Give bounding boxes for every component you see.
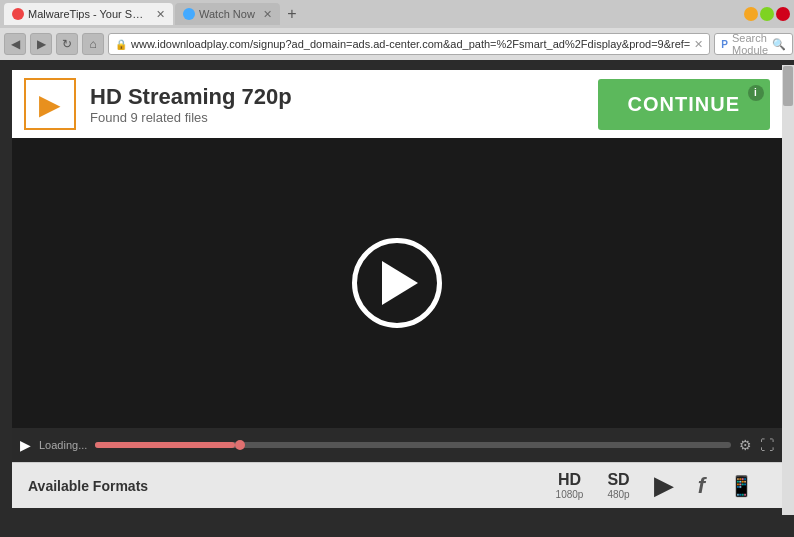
flv-format-icon[interactable]: f	[698, 473, 705, 499]
format-hd-sub: 1080p	[556, 489, 584, 500]
app-subtitle: Found 9 related files	[90, 110, 584, 125]
home-button[interactable]: ⌂	[82, 33, 104, 55]
back-button[interactable]: ◀	[4, 33, 26, 55]
search-placeholder: Search Module	[732, 32, 768, 56]
tab-malwaretips-label: MalwareTips - Your Securit...	[28, 8, 148, 20]
ad-banner: ▶ HD Streaming 720p Found 9 related file…	[12, 70, 782, 138]
app-title: HD Streaming 720p	[90, 84, 584, 110]
play-format-icon[interactable]: ▶	[654, 470, 674, 501]
search-icon[interactable]: 🔍	[772, 38, 786, 51]
player-controls: ▶ Loading... ⚙ ⛶	[12, 428, 782, 462]
tab-malwaretips-close[interactable]: ✕	[156, 8, 165, 21]
window-controls	[744, 7, 790, 21]
close-button[interactable]	[776, 7, 790, 21]
format-hd[interactable]: HD 1080p	[556, 471, 584, 500]
play-button[interactable]	[352, 238, 442, 328]
app-info: HD Streaming 720p Found 9 related files	[90, 84, 584, 125]
control-play-icon[interactable]: ▶	[20, 437, 31, 453]
tab-watchnow-close[interactable]: ✕	[263, 8, 272, 21]
app-logo: ▶	[24, 78, 76, 130]
formats-label: Available Formats	[28, 478, 544, 494]
format-sd-name: SD	[607, 471, 629, 489]
watchnow-favicon	[183, 8, 195, 20]
formats-bar: Available Formats HD 1080p SD 480p ▶ f 📱	[12, 462, 782, 508]
video-player	[12, 138, 782, 428]
settings-icon[interactable]: ⚙	[739, 437, 752, 453]
page-content: ▶ HD Streaming 720p Found 9 related file…	[0, 60, 794, 518]
progress-fill	[95, 442, 235, 448]
malwaretips-favicon	[12, 8, 24, 20]
format-hd-name: HD	[558, 471, 581, 489]
new-tab-button[interactable]: +	[282, 4, 302, 24]
format-sd[interactable]: SD 480p	[607, 471, 629, 500]
play-triangle-icon	[382, 261, 418, 305]
tab-malwaretips[interactable]: MalwareTips - Your Securit... ✕	[4, 3, 173, 25]
minimize-button[interactable]	[744, 7, 758, 21]
search-bar[interactable]: P Search Module 🔍	[714, 33, 793, 55]
tab-watchnow-label: Watch Now	[199, 8, 255, 20]
reload-button[interactable]: ↻	[56, 33, 78, 55]
fullscreen-icon[interactable]: ⛶	[760, 437, 774, 453]
tab-watchnow[interactable]: Watch Now ✕	[175, 3, 280, 25]
format-sd-sub: 480p	[607, 489, 629, 500]
title-bar: MalwareTips - Your Securit... ✕ Watch No…	[0, 0, 794, 28]
address-bar-row: ◀ ▶ ↻ ⌂ 🔒 www.idownloadplay.com/signup?a…	[0, 28, 794, 60]
scrollbar[interactable]	[782, 65, 794, 515]
mobile-format-icon[interactable]: 📱	[729, 474, 754, 498]
progress-bar[interactable]	[95, 442, 731, 448]
address-bar[interactable]: 🔒 www.idownloadplay.com/signup?ad_domain…	[108, 33, 710, 55]
address-clear[interactable]: ✕	[694, 38, 703, 51]
search-engine-icon: P	[721, 39, 728, 50]
address-text: www.idownloadplay.com/signup?ad_domain=a…	[131, 38, 690, 50]
logo-play-icon: ▶	[39, 88, 61, 121]
forward-button[interactable]: ▶	[30, 33, 52, 55]
scrollbar-thumb[interactable]	[783, 66, 793, 106]
continue-label: CONTINUE	[628, 93, 740, 116]
progress-thumb	[235, 440, 245, 450]
loading-text: Loading...	[39, 439, 87, 451]
continue-button[interactable]: CONTINUE i	[598, 79, 770, 130]
maximize-button[interactable]	[760, 7, 774, 21]
info-badge-icon: i	[748, 85, 764, 101]
